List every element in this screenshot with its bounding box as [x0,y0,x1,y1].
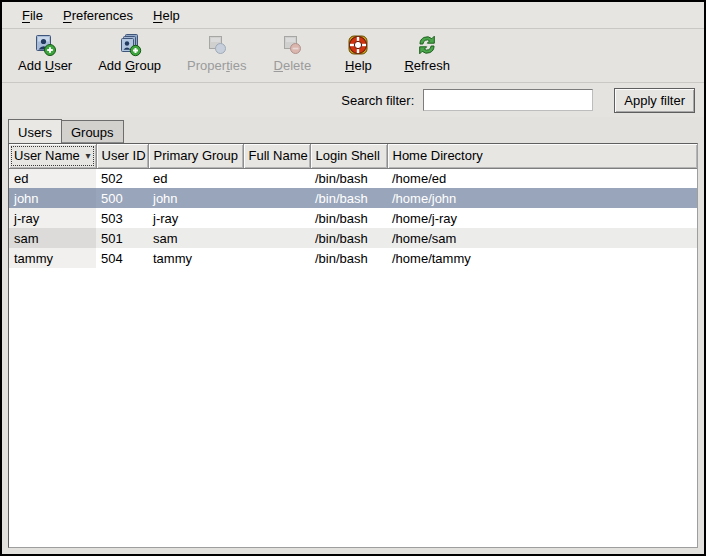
tab-groups[interactable]: Groups [62,120,124,143]
add-user-icon [33,33,57,57]
table-cell: /home/sam [387,228,697,248]
column-header-home-directory[interactable]: Home Directory [387,144,697,168]
table-cell: j-ray [148,208,243,228]
search-filter-label: Search filter: [341,93,414,108]
table-cell: tammy [148,248,243,268]
table-row[interactable]: j-ray503j-ray/bin/bash/home/j-ray [9,208,697,228]
sort-indicator-icon: ▾ [85,150,90,161]
add-group-button[interactable]: Add Group [92,32,167,74]
users-table: User Name ▾ User ID Primary Group Full N… [9,144,697,268]
table-cell [243,188,310,208]
refresh-icon [415,33,439,57]
delete-icon [280,33,304,57]
table-cell: 501 [96,228,148,248]
add-group-icon [118,33,142,57]
refresh-button[interactable]: Refresh [398,32,456,74]
help-button[interactable]: Help [332,32,384,74]
toolbar: Add User Add Group Properties [2,29,704,83]
table-cell: tammy [9,248,96,268]
table-cell: 502 [96,168,148,188]
column-header-primary-group[interactable]: Primary Group [148,144,243,168]
table-row[interactable]: ed502ed/bin/bash/home/ed [9,168,697,188]
tab-users[interactable]: Users [8,119,62,143]
tab-bar: Users Groups [2,117,704,143]
menu-help[interactable]: Help [143,4,190,27]
search-filter-input[interactable] [423,89,593,111]
column-header-login-shell[interactable]: Login Shell [310,144,387,168]
table-cell [243,228,310,248]
table-cell: 503 [96,208,148,228]
add-user-button[interactable]: Add User [12,32,78,74]
properties-button: Properties [181,32,252,74]
table-cell: /bin/bash [310,168,387,188]
user-manager-window: File Preferences Help Add User [0,0,706,556]
table-cell [243,248,310,268]
table-row[interactable]: tammy504tammy/bin/bash/home/tammy [9,248,697,268]
column-header-user-name[interactable]: User Name ▾ [9,144,96,168]
table-cell: ed [9,168,96,188]
table-cell: /bin/bash [310,188,387,208]
column-header-user-id[interactable]: User ID [96,144,148,168]
users-table-area: User Name ▾ User ID Primary Group Full N… [8,143,698,548]
menu-preferences[interactable]: Preferences [53,4,143,27]
table-cell: john [9,188,96,208]
table-row[interactable]: sam501sam/bin/bash/home/sam [9,228,697,248]
table-cell: john [148,188,243,208]
table-cell: j-ray [9,208,96,228]
help-icon [346,33,370,57]
column-header-full-name[interactable]: Full Name [243,144,310,168]
table-cell [243,208,310,228]
table-cell: ed [148,168,243,188]
menubar: File Preferences Help [2,2,704,29]
table-cell: sam [9,228,96,248]
table-cell [243,168,310,188]
table-cell: /home/john [387,188,697,208]
user-table-body: ed502ed/bin/bash/home/edjohn500john/bin/… [9,168,697,268]
table-cell: /home/ed [387,168,697,188]
table-header-row: User Name ▾ User ID Primary Group Full N… [9,144,697,168]
delete-label: Delete [274,58,312,73]
table-cell: /bin/bash [310,248,387,268]
refresh-label: Refresh [404,58,450,73]
table-cell: /bin/bash [310,208,387,228]
delete-button: Delete [266,32,318,74]
properties-label: Properties [187,58,246,73]
filter-row: Search filter: Apply filter [2,83,704,117]
table-cell: /home/tammy [387,248,697,268]
add-group-label: Add Group [98,58,161,73]
table-row[interactable]: john500john/bin/bash/home/john [9,188,697,208]
table-cell: 500 [96,188,148,208]
table-cell: /home/j-ray [387,208,697,228]
table-cell: /bin/bash [310,228,387,248]
apply-filter-button[interactable]: Apply filter [614,88,695,113]
menu-file[interactable]: File [12,4,53,27]
help-label: Help [345,58,372,73]
table-cell: sam [148,228,243,248]
add-user-label: Add User [18,58,72,73]
column-header-user-name-label: User Name [14,148,80,163]
properties-icon [205,33,229,57]
table-cell: 504 [96,248,148,268]
